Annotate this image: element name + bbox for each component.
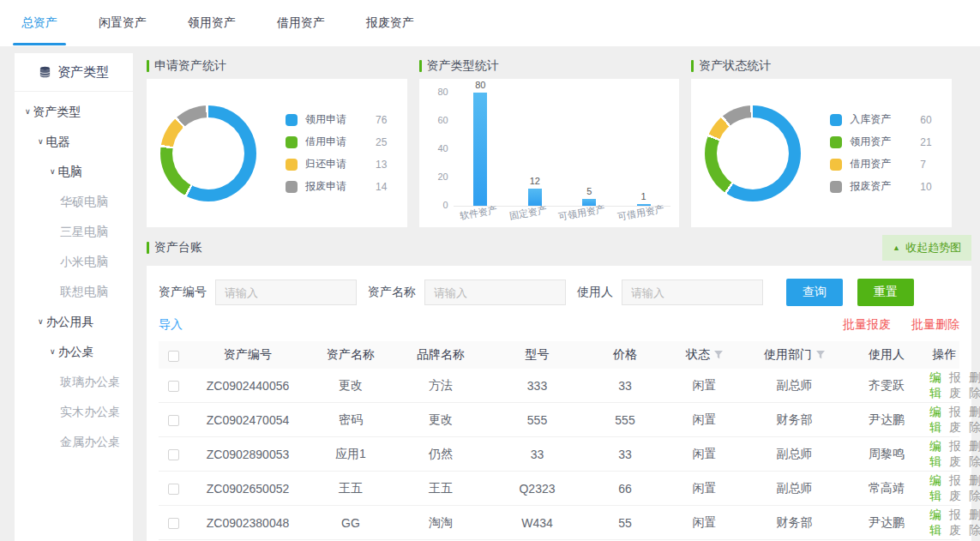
legend-value: 25 [376, 136, 387, 148]
edit-link[interactable]: 编辑 [929, 370, 941, 401]
tree-item-label: 办公桌 [58, 345, 94, 360]
asset-name-input[interactable] [424, 280, 566, 305]
edit-link[interactable]: 编辑 [929, 508, 941, 538]
delete-link[interactable]: 删除 [969, 370, 980, 401]
legend-item-领用申请: 领用申请76 [286, 112, 387, 127]
legend-color-chip [830, 136, 842, 148]
legend-color-chip [286, 136, 298, 148]
legend-value: 7 [920, 159, 926, 171]
scrap-link[interactable]: 报废 [949, 473, 961, 504]
legend-label: 领用申请 [305, 112, 360, 127]
delete-link[interactable]: 删除 [969, 405, 980, 436]
reset-button[interactable]: 重置 [857, 279, 914, 306]
filter-label: 资产编号 [159, 285, 207, 300]
column-header-label: 品牌名称 [417, 347, 465, 361]
tree-item-实木办公桌[interactable]: 实木办公桌 [15, 397, 133, 427]
cell-status: 闲置 [664, 481, 745, 496]
row-checkbox[interactable] [168, 518, 179, 529]
delete-link[interactable]: 删除 [969, 508, 980, 538]
cell-asset-name: 更改 [308, 378, 394, 394]
tree-item-label: 小米电脑 [60, 255, 108, 270]
title-accent-bar [147, 242, 149, 254]
column-header-user: 使用人 [844, 347, 929, 363]
cell-user: 齐雯跃 [844, 378, 929, 394]
tree-item-办公用具[interactable]: ∨办公用具 [15, 307, 133, 337]
scrap-link[interactable]: 报废 [949, 508, 961, 538]
cell-asset-code: ZC0902890053 [188, 448, 308, 461]
cell-asset-name: GG [308, 516, 394, 530]
tab-闲置资产[interactable]: 闲置资产 [90, 0, 155, 46]
tab-报废资产[interactable]: 报废资产 [358, 0, 423, 46]
title-accent-bar [419, 60, 422, 72]
cell-asset-code: ZC0902380048 [188, 516, 308, 530]
cell-asset-code: ZC0902650052 [188, 482, 308, 496]
row-checkbox[interactable] [168, 381, 179, 392]
sidebar-tree: ∨资产类型∨电器∨电脑华硕电脑三星电脑小米电脑联想电脑∨办公用具∨办公桌玻璃办公… [15, 92, 133, 457]
cell-department: 财务部 [745, 515, 844, 531]
status-donut-card: 入库资产60领用资产21借用资产7报废资产10 [691, 79, 952, 227]
batch-delete-link[interactable]: 批量删除 [911, 317, 959, 333]
tree-item-三星电脑[interactable]: 三星电脑 [15, 217, 133, 247]
import-link[interactable]: 导入 [159, 317, 183, 333]
bar-软件资产: 80 [473, 93, 487, 206]
legend-item-入库资产: 入库资产60 [830, 112, 931, 127]
scrap-link[interactable]: 报废 [949, 370, 961, 401]
sidebar-title: 资产类型 [57, 64, 109, 81]
row-checkbox[interactable] [168, 484, 179, 495]
delete-link[interactable]: 删除 [969, 473, 980, 504]
user-input[interactable] [622, 280, 763, 305]
filter-row: 资产编号 资产名称 使用人 查询 重置 [159, 279, 959, 306]
tree-item-联想电脑[interactable]: 联想电脑 [15, 277, 133, 307]
column-header-label: 操作 [933, 347, 957, 361]
filter-icon[interactable] [816, 351, 825, 359]
chevron-down-icon: ∨ [50, 167, 56, 176]
title-accent-bar [147, 60, 149, 72]
legend-color-chip [830, 159, 842, 171]
scrap-link[interactable]: 报废 [949, 405, 961, 436]
row-checkbox[interactable] [168, 449, 179, 460]
legend-label: 归还申请 [305, 157, 360, 171]
y-axis-tick: 0 [428, 200, 448, 210]
row-select-cell [159, 516, 188, 530]
edit-link[interactable]: 编辑 [929, 405, 941, 436]
select-all-cell [159, 348, 188, 362]
scrap-link[interactable]: 报废 [949, 439, 961, 470]
tree-item-华硕电脑[interactable]: 华硕电脑 [15, 187, 133, 217]
chevron-down-icon: ∨ [38, 137, 44, 146]
column-header-status: 状态 [664, 347, 745, 363]
delete-link[interactable]: 删除 [969, 439, 980, 470]
asset-code-input[interactable] [215, 280, 357, 305]
app-screen: 总资产闲置资产领用资产借用资产报废资产 资产类型 ∨资产类型∨电器∨电脑华硕电脑… [0, 0, 980, 541]
tree-item-资产类型[interactable]: ∨资产类型 [15, 97, 133, 127]
table-body: ZC0902440056更改方法33333闲置副总师齐雯跃编辑报废删除ZC090… [159, 369, 959, 540]
filter-label: 资产名称 [368, 285, 416, 300]
cell-department: 副总师 [745, 447, 844, 462]
tree-item-label: 玻璃办公桌 [60, 375, 120, 390]
column-header-asset-name: 资产名称 [308, 347, 394, 363]
tree-item-电器[interactable]: ∨电器 [15, 127, 133, 157]
tree-item-玻璃办公桌[interactable]: 玻璃办公桌 [15, 367, 133, 397]
ledger-title-row: 资产台账 ▲ 收起趋势图 [147, 234, 971, 261]
cell-asset-name: 应用1 [308, 447, 394, 462]
edit-link[interactable]: 编辑 [929, 439, 941, 470]
tree-item-小米电脑[interactable]: 小米电脑 [15, 247, 133, 277]
batch-scrap-link[interactable]: 批量报废 [843, 317, 891, 333]
y-axis-tick: 60 [428, 115, 448, 125]
collapse-trend-button[interactable]: ▲ 收起趋势图 [882, 235, 971, 261]
tab-领用资产[interactable]: 领用资产 [179, 0, 244, 46]
legend-item-报废申请: 报废申请14 [286, 179, 387, 194]
cell-asset-name: 密码 [308, 412, 394, 428]
tree-item-label: 资产类型 [33, 105, 81, 120]
tree-item-金属办公桌[interactable]: 金属办公桌 [15, 427, 133, 457]
row-checkbox[interactable] [168, 415, 179, 426]
edit-link[interactable]: 编辑 [929, 473, 941, 504]
tab-总资产[interactable]: 总资产 [13, 0, 66, 46]
legend-item-报废资产: 报废资产10 [830, 179, 931, 194]
select-all-checkbox[interactable] [168, 351, 179, 362]
tab-借用资产[interactable]: 借用资产 [268, 0, 334, 46]
filter-icon[interactable] [714, 351, 723, 359]
search-button[interactable]: 查询 [786, 279, 843, 306]
column-header-label: 价格 [613, 347, 637, 361]
tree-item-办公桌[interactable]: ∨办公桌 [15, 337, 133, 367]
tree-item-电脑[interactable]: ∨电脑 [15, 157, 133, 187]
